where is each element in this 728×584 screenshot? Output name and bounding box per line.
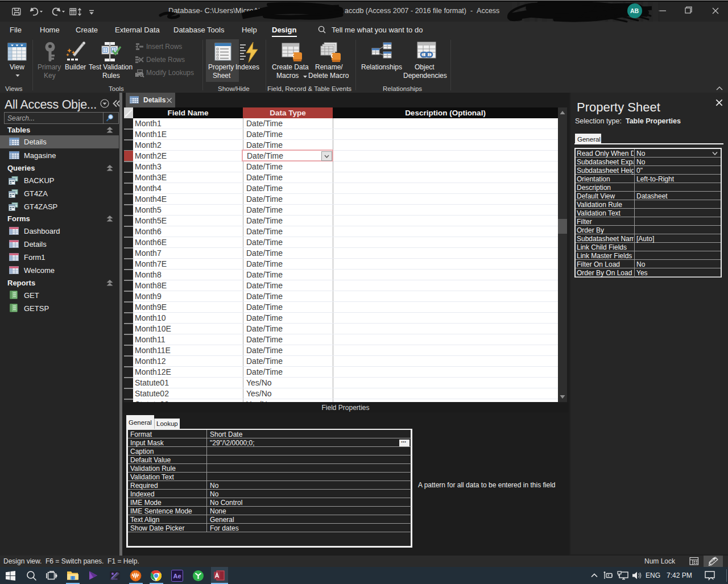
svg-text:Ae: Ae [173,573,181,579]
